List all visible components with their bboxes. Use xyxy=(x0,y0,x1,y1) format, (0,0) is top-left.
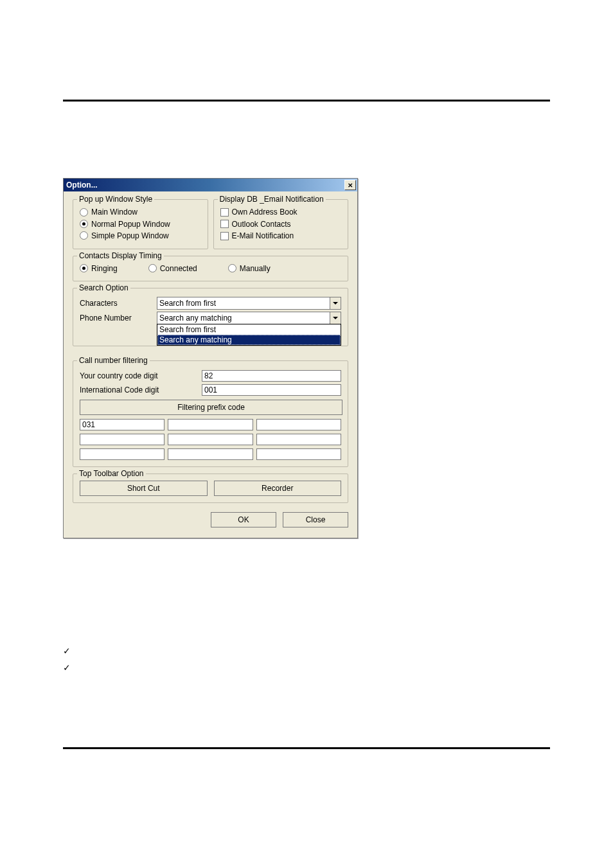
dialog-buttons-row: OK Close xyxy=(73,512,348,527)
group-legend: Call number filtering xyxy=(77,356,150,365)
group-legend: Search Option xyxy=(77,283,130,292)
radio-dot-icon xyxy=(82,222,85,226)
prefix-input[interactable] xyxy=(80,448,164,460)
radio-icon xyxy=(80,208,88,217)
option-dialog: Option... ✕ Pop up Window Style Main Win… xyxy=(63,178,358,538)
combo-list-item[interactable]: Search from first xyxy=(157,324,341,335)
radio-ringing[interactable]: Ringing xyxy=(80,264,118,273)
search-phone-row: Phone Number Search any matching Search … xyxy=(80,312,341,324)
country-code-row: Your country code digit xyxy=(80,370,341,382)
combo-list-item[interactable]: Search any matching xyxy=(157,335,341,345)
timing-row: Ringing Connected Manually xyxy=(80,263,341,274)
field-label: International Code digit xyxy=(80,385,202,394)
footer-rule xyxy=(63,747,550,749)
prefix-input[interactable] xyxy=(168,448,253,460)
country-code-input[interactable] xyxy=(202,370,341,382)
prefix-input[interactable] xyxy=(168,419,253,430)
header-rule xyxy=(63,100,550,102)
checklist: ✓ ✓ xyxy=(63,642,78,676)
display-db-group: Display DB _Email Notification Own Addre… xyxy=(213,199,349,249)
window-title: Option... xyxy=(66,181,98,190)
radio-label: Manually xyxy=(240,264,271,273)
recorder-button[interactable]: Recorder xyxy=(214,481,342,496)
prefix-input[interactable] xyxy=(80,434,164,445)
group-legend: Pop up Window Style xyxy=(77,195,154,204)
chevron-down-icon xyxy=(330,297,341,309)
checkbox-label: Outlook Contacts xyxy=(232,220,291,229)
toolbar-buttons-row: Short Cut Recorder xyxy=(80,481,341,496)
popup-style-group: Pop up Window Style Main Window Normal P… xyxy=(73,199,208,249)
radio-connected[interactable]: Connected xyxy=(148,264,197,273)
radio-main-window[interactable]: Main Window xyxy=(80,208,138,217)
dialog-body: Pop up Window Style Main Window Normal P… xyxy=(64,191,357,538)
checkbox-email-notification[interactable]: E-Mail Notification xyxy=(220,231,294,240)
field-label: Your country code digit xyxy=(80,371,202,380)
call-number-filtering-group: Call number filtering Your country code … xyxy=(73,360,348,467)
radio-manually[interactable]: Manually xyxy=(228,264,271,273)
checkmark-icon: ✓ xyxy=(63,646,71,656)
checkbox-icon xyxy=(220,220,229,228)
phone-number-combo[interactable]: Search any matching Search from first Se… xyxy=(157,312,341,324)
prefix-input[interactable] xyxy=(256,448,341,460)
prefix-grid xyxy=(80,419,341,460)
prefix-input[interactable] xyxy=(80,419,164,430)
radio-normal-popup[interactable]: Normal Popup Window xyxy=(80,220,170,229)
search-characters-row: Characters Search from first xyxy=(80,297,341,310)
list-item: ✓ xyxy=(63,642,78,659)
contacts-timing-group: Contacts Display Timing Ringing Connecte… xyxy=(73,256,348,281)
checkmark-icon: ✓ xyxy=(63,662,71,673)
prefix-input[interactable] xyxy=(256,434,341,445)
checkbox-icon xyxy=(220,208,229,217)
titlebar[interactable]: Option... ✕ xyxy=(64,179,357,191)
top-groupboxes-row: Pop up Window Style Main Window Normal P… xyxy=(73,199,348,256)
characters-combo[interactable]: Search from first xyxy=(157,297,341,310)
radio-icon xyxy=(80,264,88,272)
checkbox-label: Own Address Book xyxy=(232,208,298,217)
close-button[interactable]: Close xyxy=(283,512,348,527)
radio-label: Main Window xyxy=(91,208,138,217)
radio-label: Simple Popup Window xyxy=(91,231,169,240)
search-option-group: Search Option Characters Search from fir… xyxy=(73,288,348,346)
group-legend: Display DB _Email Notification xyxy=(218,195,326,204)
page: Option... ✕ Pop up Window Style Main Win… xyxy=(0,0,613,868)
checkbox-own-address-book[interactable]: Own Address Book xyxy=(220,208,298,217)
phone-combo-list: Search from first Search any matching xyxy=(157,324,341,346)
top-toolbar-option-group: Top Toolbar Option Short Cut Recorder xyxy=(73,474,348,503)
checkbox-icon xyxy=(220,232,229,240)
radio-icon xyxy=(148,264,157,272)
ok-button[interactable]: OK xyxy=(211,512,276,527)
radio-dot-icon xyxy=(82,267,85,270)
chevron-down-icon xyxy=(330,312,341,324)
shortcut-button[interactable]: Short Cut xyxy=(80,481,208,496)
radio-icon xyxy=(228,264,236,272)
radio-simple-popup[interactable]: Simple Popup Window xyxy=(80,231,169,240)
group-legend: Top Toolbar Option xyxy=(77,469,146,478)
prefix-input[interactable] xyxy=(256,419,341,430)
combo-value: Search any matching xyxy=(159,314,232,323)
prefix-input[interactable] xyxy=(168,434,253,445)
radio-label: Connected xyxy=(160,264,197,273)
close-icon[interactable]: ✕ xyxy=(344,180,356,190)
radio-label: Normal Popup Window xyxy=(91,220,170,229)
radio-icon xyxy=(80,220,88,228)
checkbox-outlook-contacts[interactable]: Outlook Contacts xyxy=(220,220,291,229)
radio-label: Ringing xyxy=(91,264,118,273)
list-item: ✓ xyxy=(63,659,78,676)
search-label: Phone Number xyxy=(80,314,157,323)
combo-value: Search from first xyxy=(159,299,216,308)
intl-code-row: International Code digit xyxy=(80,384,341,396)
checkbox-label: E-Mail Notification xyxy=(232,231,294,240)
group-legend: Contacts Display Timing xyxy=(77,251,164,260)
intl-code-input[interactable] xyxy=(202,384,341,396)
radio-icon xyxy=(80,231,88,240)
search-label: Characters xyxy=(80,299,157,308)
filtering-prefix-button[interactable]: Filtering prefix code xyxy=(80,400,342,415)
